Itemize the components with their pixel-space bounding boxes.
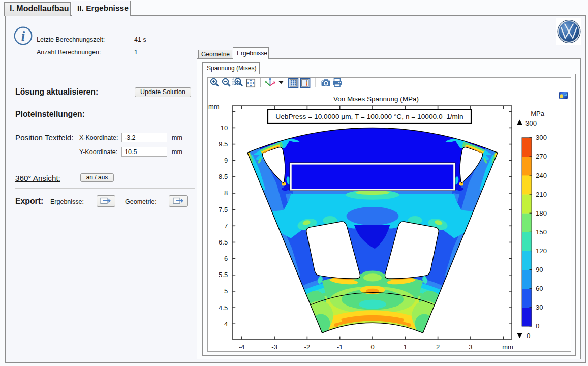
svg-text:3: 3	[469, 343, 472, 351]
svg-text:-1: -1	[337, 343, 343, 351]
svg-text:MPa: MPa	[531, 110, 545, 117]
svg-text:mm: mm	[502, 343, 513, 351]
svg-text:300: 300	[525, 119, 537, 127]
svg-text:0: 0	[370, 343, 374, 351]
svg-text:5: 5	[224, 287, 228, 295]
svg-text:1: 1	[404, 343, 407, 351]
svg-text:4: 4	[224, 320, 228, 328]
svg-text:-3: -3	[271, 343, 277, 351]
svg-text:180: 180	[536, 209, 547, 217]
svg-text:30: 30	[536, 303, 543, 311]
svg-text:7.5: 7.5	[219, 206, 228, 214]
svg-text:5.5: 5.5	[219, 271, 228, 279]
svg-text:60: 60	[536, 285, 543, 292]
svg-text:0: 0	[527, 332, 530, 340]
svg-text:240: 240	[536, 172, 547, 179]
svg-text:270: 270	[536, 152, 547, 160]
svg-text:8: 8	[224, 189, 228, 197]
svg-text:i: i	[21, 28, 25, 44]
svg-text:7: 7	[224, 222, 228, 230]
svg-text:10: 10	[221, 124, 228, 132]
svg-text:150: 150	[536, 228, 547, 236]
svg-text:6.5: 6.5	[219, 238, 228, 246]
svg-text:4.5: 4.5	[219, 304, 228, 312]
svg-text:210: 210	[536, 191, 547, 198]
svg-text:0: 0	[536, 322, 539, 330]
svg-text:-2: -2	[304, 343, 311, 351]
svg-text:2: 2	[436, 343, 440, 351]
svg-text:120: 120	[536, 247, 547, 255]
svg-text:9.5: 9.5	[219, 140, 228, 148]
svg-text:Von Mises Spannung (MPa): Von Mises Spannung (MPa)	[333, 95, 419, 103]
svg-text:UebPress = 10.0000 μm, T = 100: UebPress = 10.0000 μm, T = 100.000 °C, n…	[275, 113, 463, 120]
svg-text:90: 90	[536, 266, 543, 273]
svg-text:6: 6	[224, 255, 228, 262]
svg-text:9: 9	[224, 157, 228, 164]
svg-text:mm: mm	[208, 103, 220, 110]
svg-text:8.5: 8.5	[219, 173, 228, 180]
svg-text:-4: -4	[239, 343, 245, 351]
svg-text:300: 300	[536, 134, 547, 141]
